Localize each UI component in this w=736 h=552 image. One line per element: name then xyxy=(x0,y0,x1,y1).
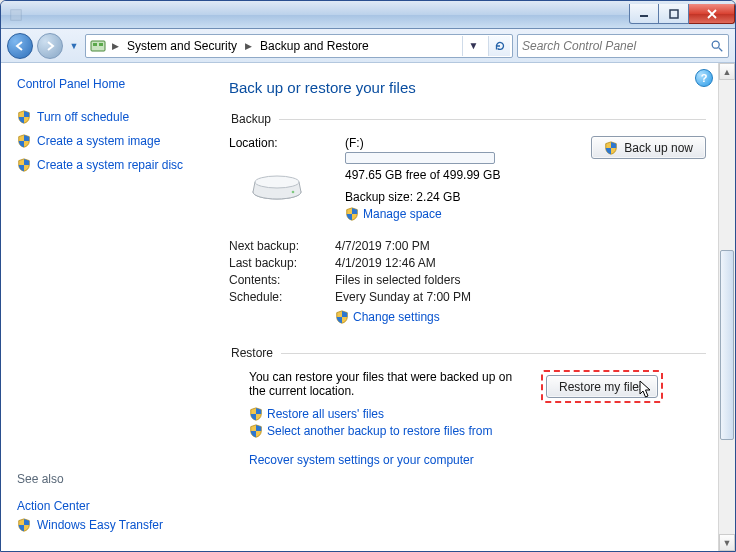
restore-my-files-label: Restore my files xyxy=(559,380,645,394)
breadcrumb-separator-icon[interactable]: ▶ xyxy=(112,41,119,51)
back-button[interactable] xyxy=(7,33,33,59)
scroll-thumb[interactable] xyxy=(720,250,734,440)
sidebar-item-create-system-image[interactable]: Create a system image xyxy=(17,134,195,148)
breadcrumb-seg-2[interactable]: Backup and Restore xyxy=(256,37,373,55)
maximize-button[interactable] xyxy=(659,4,689,24)
address-history-button[interactable]: ▼ xyxy=(462,36,484,56)
next-backup-value: 4/7/2019 7:00 PM xyxy=(335,239,430,253)
navigation-bar: ▼ ▶ System and Security ▶ Backup and Res… xyxy=(1,29,735,63)
window-buttons xyxy=(629,5,735,24)
shield-icon xyxy=(345,207,359,221)
shield-icon xyxy=(604,141,618,155)
next-backup-label: Next backup: xyxy=(229,239,335,253)
restore-section: Restore You can restore your files that … xyxy=(229,346,706,467)
disk-usage-bar xyxy=(345,152,495,164)
see-also-label: Windows Easy Transfer xyxy=(37,518,163,532)
location-value: (F:) xyxy=(345,136,581,150)
last-backup-value: 4/1/2019 12:46 AM xyxy=(335,256,436,270)
shield-icon xyxy=(249,407,263,421)
see-also-heading: See also xyxy=(17,472,195,486)
shield-icon xyxy=(17,518,31,532)
refresh-button[interactable] xyxy=(488,36,510,56)
nav-history-dropdown[interactable]: ▼ xyxy=(67,41,81,51)
shield-icon xyxy=(249,424,263,438)
backup-legend: Backup xyxy=(229,112,279,126)
highlight-annotation: Restore my files xyxy=(541,370,663,403)
recover-system-link[interactable]: Recover system settings or your computer xyxy=(229,453,706,467)
sidebar-item-create-repair-disc[interactable]: Create a system repair disc xyxy=(17,158,195,172)
change-settings-label: Change settings xyxy=(353,310,440,324)
see-also-section: Action Center Windows Easy Transfer xyxy=(17,494,195,537)
see-also-action-center[interactable]: Action Center xyxy=(17,499,195,513)
scrollbar[interactable]: ▲ ▼ xyxy=(718,63,735,551)
drive-icon xyxy=(249,162,305,202)
minimize-button[interactable] xyxy=(629,4,659,24)
breadcrumb-seg-1[interactable]: System and Security xyxy=(123,37,241,55)
svg-rect-1 xyxy=(640,15,648,17)
schedule-label: Schedule: xyxy=(229,290,335,304)
main-pane: Back up or restore your files Backup Loc… xyxy=(211,63,718,551)
search-icon xyxy=(710,39,724,53)
forward-button[interactable] xyxy=(37,33,63,59)
cursor-icon xyxy=(639,380,653,400)
breadcrumb-separator-icon[interactable]: ▶ xyxy=(245,41,252,51)
backup-size-text: Backup size: 2.24 GB xyxy=(345,190,581,204)
close-button[interactable] xyxy=(689,4,735,24)
sidebar-item-label: Create a system repair disc xyxy=(37,158,183,172)
control-panel-icon xyxy=(90,38,106,54)
search-placeholder: Search Control Panel xyxy=(522,39,636,53)
control-panel-window: ▼ ▶ System and Security ▶ Backup and Res… xyxy=(0,0,736,552)
contents-label: Contents: xyxy=(229,273,335,287)
sidebar-item-turn-off-schedule[interactable]: Turn off schedule xyxy=(17,110,195,124)
shield-icon xyxy=(17,110,31,124)
shield-icon xyxy=(335,310,349,324)
system-menu-icon[interactable] xyxy=(9,8,23,22)
svg-rect-0 xyxy=(11,9,22,20)
shield-icon xyxy=(17,158,31,172)
svg-point-8 xyxy=(255,176,299,188)
see-also-label: Action Center xyxy=(17,499,90,513)
svg-rect-4 xyxy=(93,43,97,46)
change-settings-link[interactable]: Change settings xyxy=(335,310,440,324)
search-input[interactable]: Search Control Panel xyxy=(517,34,729,58)
svg-point-9 xyxy=(292,191,295,194)
scroll-up-button[interactable]: ▲ xyxy=(719,63,735,80)
backup-now-button[interactable]: Back up now xyxy=(591,136,706,159)
svg-point-6 xyxy=(712,41,719,48)
select-another-backup-link[interactable]: Select another backup to restore files f… xyxy=(229,424,706,438)
manage-space-link[interactable]: Manage space xyxy=(345,207,581,221)
control-panel-home-link[interactable]: Control Panel Home xyxy=(17,77,195,91)
schedule-value: Every Sunday at 7:00 PM xyxy=(335,290,471,304)
restore-all-users-link[interactable]: Restore all users' files xyxy=(229,407,706,421)
contents-value: Files in selected folders xyxy=(335,273,460,287)
address-bar[interactable]: ▶ System and Security ▶ Backup and Resto… xyxy=(85,34,513,58)
location-label: Location: xyxy=(229,136,335,150)
free-space-text: 497.65 GB free of 499.99 GB xyxy=(345,168,581,182)
backup-now-label: Back up now xyxy=(624,141,693,155)
see-also-windows-easy-transfer[interactable]: Windows Easy Transfer xyxy=(17,518,195,532)
manage-space-label: Manage space xyxy=(363,207,442,221)
scroll-track[interactable] xyxy=(719,80,735,534)
page-title: Back up or restore your files xyxy=(229,79,706,96)
svg-rect-5 xyxy=(99,43,103,46)
svg-rect-2 xyxy=(670,10,678,18)
sidebar-item-label: Create a system image xyxy=(37,134,160,148)
restore-description: You can restore your files that were bac… xyxy=(249,370,529,398)
window-titlebar xyxy=(1,1,735,29)
content-area: ? Control Panel Home Turn off schedule C… xyxy=(1,63,735,551)
restore-all-users-label: Restore all users' files xyxy=(267,407,384,421)
last-backup-label: Last backup: xyxy=(229,256,335,270)
restore-legend: Restore xyxy=(229,346,281,360)
select-another-backup-label: Select another backup to restore files f… xyxy=(267,424,492,438)
shield-icon xyxy=(17,134,31,148)
scroll-down-button[interactable]: ▼ xyxy=(719,534,735,551)
sidebar-item-label: Turn off schedule xyxy=(37,110,129,124)
backup-section: Backup Location: (F:) 497.65 GB free of … xyxy=(229,112,706,330)
sidebar: Control Panel Home Turn off schedule Cre… xyxy=(1,63,211,551)
